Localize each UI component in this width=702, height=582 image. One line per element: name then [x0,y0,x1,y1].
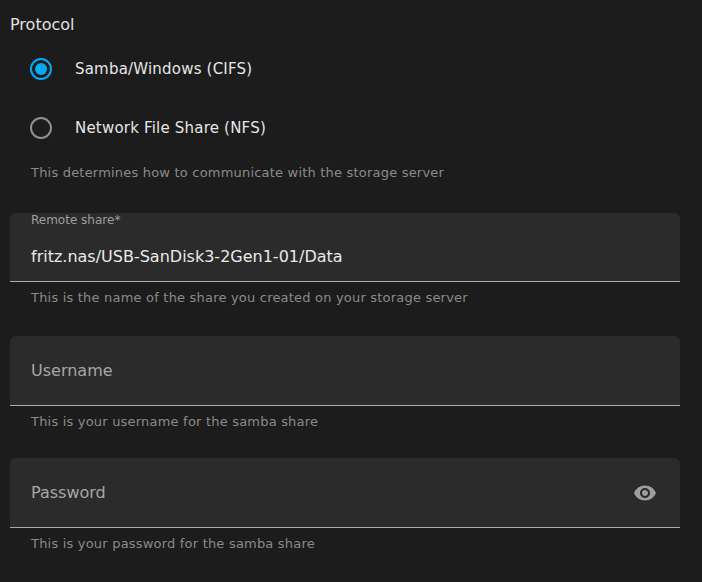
password-field[interactable] [10,458,680,528]
username-helper-text: This is your username for the samba shar… [31,414,702,429]
eye-icon[interactable] [633,481,657,505]
username-input[interactable] [31,336,664,405]
remote-share-field[interactable]: Remote share* [10,213,680,282]
remote-share-label: Remote share* [31,213,664,227]
radio-option-label: Samba/Windows (CIFS) [75,60,252,78]
protocol-radio-group: Samba/Windows (CIFS) Network File Share … [0,58,702,139]
radio-button-icon[interactable] [30,58,52,80]
radio-option-label: Network File Share (NFS) [75,119,266,137]
username-field[interactable] [10,336,680,406]
protocol-section-label: Protocol [10,0,702,34]
radio-button-icon[interactable] [30,117,52,139]
password-input[interactable] [31,483,633,502]
protocol-helper-text: This determines how to communicate with … [31,165,702,180]
radio-option-samba-cifs[interactable]: Samba/Windows (CIFS) [30,58,702,80]
network-storage-form: Protocol Samba/Windows (CIFS) Network Fi… [0,0,702,582]
radio-selected-dot [35,63,47,75]
radio-option-nfs[interactable]: Network File Share (NFS) [30,117,702,139]
remote-share-input[interactable] [31,231,664,281]
password-helper-text: This is your password for the samba shar… [31,536,702,551]
remote-share-helper-text: This is the name of the share you create… [31,290,702,305]
